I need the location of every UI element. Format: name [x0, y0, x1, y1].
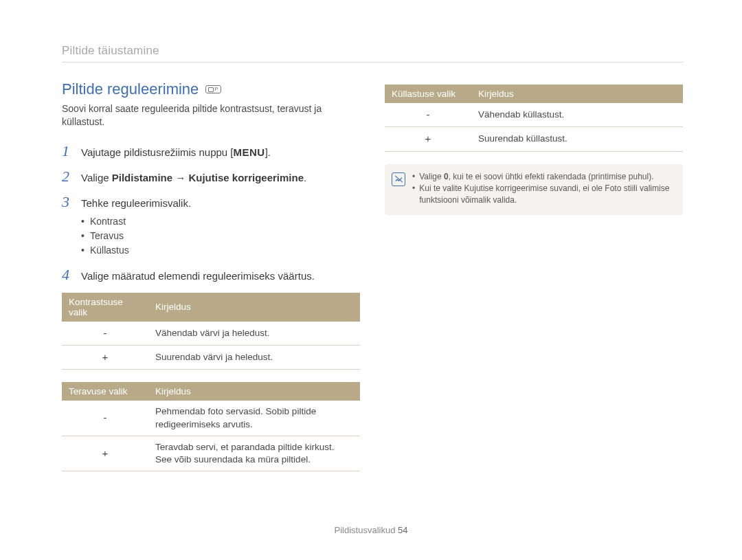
step-text: Valige [81, 172, 112, 183]
table-cell: + [385, 127, 471, 151]
step-text: Tehke reguleerimisvalik. [81, 197, 191, 209]
left-column: Piltide reguleerimine P Soovi korral saa… [62, 80, 360, 484]
step-number: 1 [62, 144, 73, 159]
step-4: 4 Valige määratud elemendi reguleerimise… [62, 267, 360, 283]
step-3: 3 Tehke reguleerimisvalik. Kontrast Tera… [62, 194, 360, 258]
page-number: 54 [398, 525, 407, 535]
step-text: Vajutage pildistusrežiimis nuppu [ [81, 146, 234, 158]
step-number: 3 [62, 194, 73, 258]
table-header: Kirjeldus [148, 293, 360, 322]
step-number: 2 [62, 169, 73, 185]
step-bold-text: Pildistamine → Kujutise korrigeerimine [112, 172, 304, 183]
table-cell: Pehmendab foto servasid. Sobib piltide r… [148, 401, 360, 436]
step-text: ]. [265, 146, 271, 158]
bullet-item: Teravus [81, 229, 191, 243]
table-header: Kirjeldus [148, 382, 360, 401]
breadcrumb: Piltide täiustamine [62, 44, 683, 63]
contrast-table: Kontrastsuse valik Kirjeldus - Vähendab … [62, 293, 360, 370]
table-cell: + [62, 346, 148, 370]
section-title-text: Piltide reguleerimine [62, 80, 199, 98]
table-row: + Teravdab servi, et parandada piltide k… [62, 436, 360, 471]
step-number: 4 [62, 267, 73, 283]
table-header: Kirjeldus [471, 85, 683, 103]
sharpness-table: Teravuse valik Kirjeldus - Pehmendab fot… [62, 382, 360, 471]
table-row: + Suurendab värvi ja heledust. [62, 346, 360, 370]
bullet-item: Kontrast [81, 214, 191, 229]
section-title: Piltide reguleerimine P [62, 80, 360, 98]
step-3-bullets: Kontrast Teravus Küllastus [81, 214, 191, 258]
table-header: Küllastuse valik [385, 85, 471, 103]
intro-text: Soovi korral saate reguleerida piltide k… [62, 102, 360, 128]
table-row: + Suurendab küllastust. [385, 127, 683, 151]
table-row: - Vähendab värvi ja heledust. [62, 322, 360, 346]
table-cell: Vähendab küllastust. [471, 103, 683, 127]
table-row: - Pehmendab foto servasid. Sobib piltide… [62, 401, 360, 436]
table-header: Teravuse valik [62, 382, 148, 401]
steps-list: 1 Vajutage pildistusrežiimis nuppu [MENU… [62, 144, 360, 283]
note-list: Valige 0, kui te ei soovi ühtki efekti r… [412, 171, 673, 207]
note-item: Kui te valite Kujutise korrigeerimise su… [412, 183, 673, 207]
note-item: Valige 0, kui te ei soovi ühtki efekti r… [412, 171, 673, 183]
table-cell: - [62, 322, 148, 346]
table-cell: - [62, 401, 148, 436]
step-1: 1 Vajutage pildistusrežiimis nuppu [MENU… [62, 144, 360, 159]
table-row: - Vähendab küllastust. [385, 103, 683, 127]
note-icon [392, 172, 405, 186]
table-cell: + [62, 436, 148, 471]
table-header: Kontrastsuse valik [62, 293, 148, 322]
footer-label: Pildistusvalikud [335, 525, 396, 535]
step-2: 2 Valige Pildistamine → Kujutise korrige… [62, 169, 360, 185]
saturation-table: Küllastuse valik Kirjeldus - Vähendab kü… [385, 85, 683, 152]
bullet-item: Küllastus [81, 243, 191, 258]
table-cell: Suurendab värvi ja heledust. [148, 346, 360, 370]
table-cell: - [385, 103, 471, 127]
page-footer: Pildistusvalikud 54 [0, 525, 742, 535]
camera-mode-icon: P [205, 85, 221, 93]
step-text: . [304, 172, 306, 183]
table-cell: Teravdab servi, et parandada piltide kir… [148, 436, 360, 471]
step-text: Valige määratud elemendi reguleerimiseks… [81, 267, 315, 283]
right-column: Küllastuse valik Kirjeldus - Vähendab kü… [385, 80, 683, 484]
note-box: Valige 0, kui te ei soovi ühtki efekti r… [385, 164, 683, 215]
menu-key-label: MENU [234, 145, 265, 159]
table-cell: Vähendab värvi ja heledust. [148, 322, 360, 346]
table-cell: Suurendab küllastust. [471, 127, 683, 151]
